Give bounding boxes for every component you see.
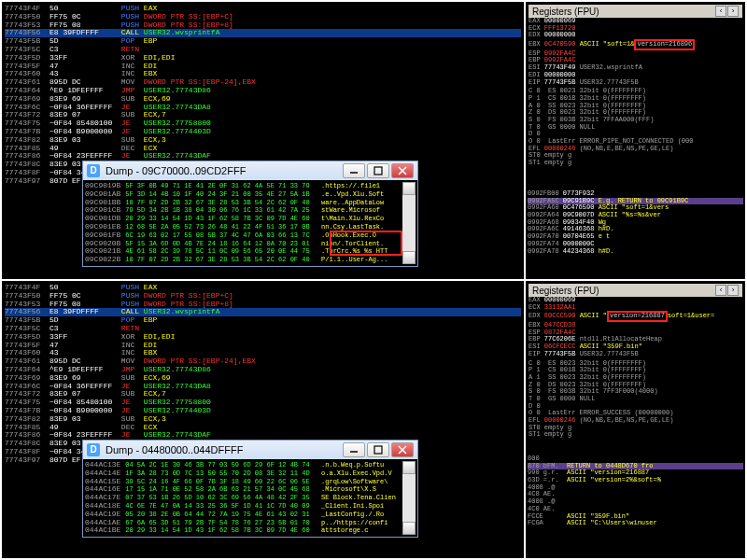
dump-title-text-a: Dump - 09C70000..09CD2FFF bbox=[106, 165, 246, 176]
scroll-up-button[interactable] bbox=[402, 461, 416, 474]
reg-next-icon[interactable]: › bbox=[727, 6, 739, 17]
maximize-button[interactable] bbox=[367, 163, 389, 178]
panel-set-b: 77743F4F 50 PUSH EAX77743F50 FF75 0C PUS… bbox=[2, 281, 745, 558]
stack-row[interactable]: FCGA ASCII "C:\Users\winuser bbox=[528, 520, 743, 527]
dump-row[interactable]: 044AC13E 04 5A 2C 1E 30 46 3B 77 03 59 6… bbox=[85, 461, 402, 469]
dump-row[interactable]: 044AC14E 1F 3A 28 73 0D 7C 13 50 55 70 2… bbox=[85, 469, 402, 478]
register-row[interactable]: ECX 33132AA1 bbox=[529, 304, 742, 312]
fpu-row: ST1 empty g bbox=[529, 160, 742, 167]
dump-row[interactable]: 09C9019B 5F 3F 0B 49 71 1E 41 2E 0F 31 6… bbox=[85, 182, 402, 190]
minimize-button[interactable] bbox=[343, 442, 365, 457]
dump-body-b[interactable]: 044AC13E 04 5A 2C 1E 30 46 3B 77 03 59 6… bbox=[83, 459, 417, 537]
dump-icon: D bbox=[87, 164, 100, 177]
scroll-track[interactable] bbox=[402, 474, 416, 522]
scrollbar[interactable] bbox=[402, 461, 416, 535]
register-row[interactable]: EIP 77743F5B USER32.77743F5B bbox=[529, 351, 742, 358]
dump-row[interactable]: 09C901FB 6C 19 63 02 17 55 08 5B 37 4C 4… bbox=[85, 231, 402, 240]
dump-row[interactable]: 09C901AB 5F 3D 14 4B 10 1F 40 24 3F 21 0… bbox=[85, 190, 402, 199]
registers-title-b: Registers (FPU) ‹ › bbox=[529, 284, 742, 297]
dump-title-text-b: Dump - 04480000..044DFFFF bbox=[106, 444, 243, 455]
dump-row[interactable]: 044AC18E 4C 6E 7E 47 0A 14 33 25 36 5F 1… bbox=[85, 502, 402, 511]
scroll-down-button[interactable] bbox=[402, 522, 416, 535]
dump-window-a[interactable]: D Dump - 09C70000..09CD2FFF 09C9019B 5F … bbox=[82, 161, 418, 267]
scroll-down-button[interactable] bbox=[402, 251, 416, 264]
scrollbar[interactable] bbox=[402, 182, 416, 264]
dump-row[interactable]: 044AC17E 07 37 53 1B 26 5D 10 62 3C 69 5… bbox=[85, 494, 402, 502]
register-row[interactable]: EIP 77743F5B USER32.77743F5B bbox=[529, 79, 742, 87]
scroll-track[interactable] bbox=[402, 195, 416, 251]
dump-row[interactable]: 044AC1BE 20 29 33 14 54 1D 43 1F 62 58 7… bbox=[85, 526, 402, 535]
dump-row[interactable]: 044AC19E 05 20 38 2E 0B 64 44 72 7A 19 7… bbox=[85, 511, 402, 519]
stack-row[interactable]: 0992FA78 44234368 h#D. bbox=[528, 248, 743, 256]
dump-titlebar-a[interactable]: D Dump - 09C70000..09CD2FFF bbox=[83, 161, 417, 180]
svg-rect-0 bbox=[374, 167, 382, 175]
dump-row[interactable]: 044AC16E 17 15 1A 71 0E 52 58 2A 6B 63 2… bbox=[85, 485, 402, 494]
registers-body-b: EAX 00000069ECX 33132AA1EDX 80CCC590 ASC… bbox=[529, 297, 742, 439]
dump-row[interactable]: 09C901CB 79 5D 34 2B 1B 38 04 30 06 76 1… bbox=[85, 206, 402, 215]
close-button[interactable] bbox=[391, 442, 414, 457]
dump-window-b[interactable]: D Dump - 04480000..044DFFFF 044AC13E 04 … bbox=[82, 440, 418, 538]
reg-next-icon[interactable]: › bbox=[727, 285, 739, 296]
dump-row[interactable]: 09C901EB 12 68 5E 2A 05 52 73 26 48 41 2… bbox=[85, 223, 402, 231]
dump-body-a[interactable]: 09C9019B 5F 3F 0B 49 71 1E 41 2E 0F 31 6… bbox=[83, 180, 417, 266]
stack-panel-a[interactable]: 0992FB00 0773F932 0992FA5C 09C91B9C E.g.… bbox=[526, 189, 745, 263]
stack-panel-b[interactable]: 800 870 bFM. RETURN to 0448D670 fro990 g… bbox=[526, 454, 745, 547]
reg-prev-icon[interactable]: ‹ bbox=[715, 285, 726, 296]
minimize-button[interactable] bbox=[343, 163, 365, 178]
registers-title-a: Registers (FPU) ‹ › bbox=[529, 5, 742, 18]
dump-icon: D bbox=[87, 443, 100, 456]
reg-prev-icon[interactable]: ‹ bbox=[715, 6, 726, 17]
dump-row[interactable]: 09C9021B 4E 61 58 2C 39 78 5C 11 0C 09 5… bbox=[85, 247, 402, 256]
flag-row: T 0 GS 0000 NULL bbox=[529, 124, 742, 132]
flag-row: T 0 GS 0000 NULL bbox=[529, 396, 742, 403]
svg-rect-1 bbox=[374, 446, 382, 454]
register-row[interactable]: EDX 00000000 bbox=[529, 32, 742, 39]
panel-set-a: 77743F4F 50 PUSH EAX77743F50 FF75 0C PUS… bbox=[2, 2, 745, 279]
scroll-up-button[interactable] bbox=[402, 182, 416, 195]
fpu-row: ST1 empty g bbox=[529, 431, 742, 439]
close-button[interactable] bbox=[391, 163, 414, 178]
dump-titlebar-b[interactable]: D Dump - 04480000..044DFFFF bbox=[83, 441, 417, 459]
dump-row[interactable]: 09C9022B 10 7F 07 2D 2B 32 67 3E 28 53 3… bbox=[85, 256, 402, 264]
maximize-button[interactable] bbox=[367, 442, 389, 457]
registers-body-a: EAX 00000069ECX FFF13720EDX 00000000EBX … bbox=[529, 18, 742, 167]
dump-row[interactable]: 09C901DB 20 29 33 14 54 1D 43 1F 62 58 7… bbox=[85, 215, 402, 223]
